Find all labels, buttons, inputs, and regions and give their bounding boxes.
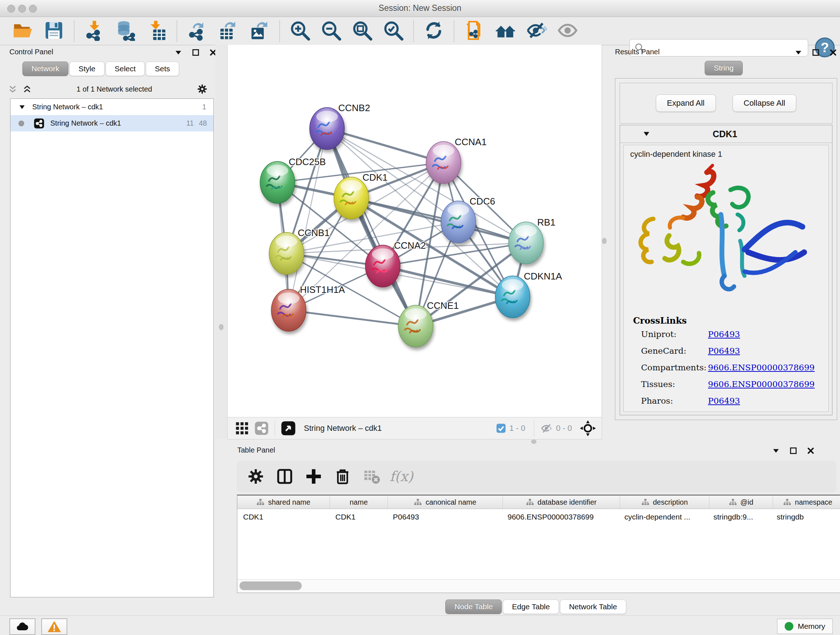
show-columns-icon[interactable] — [276, 468, 294, 485]
zoom-in-button[interactable] — [289, 20, 310, 42]
horizontal-splitter-handle[interactable] — [531, 440, 537, 444]
import-network-from-database-button[interactable] — [115, 20, 136, 42]
tab-network[interactable]: Network — [22, 62, 68, 76]
node-RB1[interactable]: RB1 — [508, 217, 556, 264]
network-collection-row[interactable]: String Network – cdk1 1 — [11, 99, 213, 115]
close-panel-icon[interactable] — [807, 447, 815, 455]
network-row[interactable]: String Network – cdk1 11 48 — [11, 115, 213, 131]
table-horizontal-scrollbar[interactable] — [237, 579, 840, 593]
export-table-button[interactable] — [218, 20, 239, 42]
crosslink-value-link[interactable]: 9606.ENSP00000378699 — [708, 363, 815, 372]
column-header-database-identifier[interactable]: database identifier — [503, 496, 620, 509]
zoom-out-button[interactable] — [321, 20, 341, 42]
column-header-canonical-name[interactable]: canonical name — [388, 496, 503, 509]
network-mode-icon[interactable] — [254, 421, 269, 435]
tab-select[interactable]: Select — [106, 62, 145, 76]
panel-menu-icon[interactable] — [772, 447, 780, 455]
disclosure-triangle-icon[interactable] — [19, 103, 26, 111]
table-cell[interactable]: CDK1 — [237, 513, 330, 521]
disclosure-triangle-icon[interactable] — [643, 130, 651, 138]
gear-icon[interactable] — [197, 84, 208, 95]
node-CDKN1A[interactable]: CDKN1A — [495, 271, 562, 318]
zoom-fit-button[interactable] — [352, 20, 373, 42]
crosslink-value-link[interactable]: P06493 — [708, 396, 740, 405]
edge-CCNB2-HIST1H1A[interactable] — [289, 128, 327, 310]
tab-node-table[interactable]: Node Table — [445, 600, 502, 614]
table-row[interactable]: CDK1CDK1P064939606.ENSP00000378699cyclin… — [237, 509, 840, 525]
edge-CCNB2-CCNE1[interactable] — [327, 128, 416, 326]
edge-CDK1-RB1[interactable] — [351, 198, 526, 243]
fit-content-crosshair-icon[interactable] — [580, 420, 596, 436]
network-graph[interactable]: CCNB2CCNA1CDC25BCDK1CDC6RB1CCNB1CCNA2CDK… — [227, 45, 602, 417]
birdseye-toggle-icon[interactable] — [281, 421, 296, 436]
collapse-all-icon[interactable] — [8, 84, 17, 94]
panel-menu-icon[interactable] — [794, 49, 802, 57]
search-input[interactable] — [648, 43, 808, 53]
show-all-button[interactable] — [557, 20, 578, 42]
crosslink-value-link[interactable]: P06493 — [708, 346, 740, 356]
float-panel-icon[interactable] — [789, 447, 797, 455]
node-table[interactable]: shared namenamecanonical namedatabase id… — [237, 494, 840, 581]
hide-selected-button[interactable] — [526, 20, 547, 42]
left-splitter[interactable] — [215, 45, 227, 439]
node-CDK1[interactable]: CDK1 — [334, 172, 387, 219]
grid-mode-icon[interactable] — [235, 421, 249, 435]
table-cell[interactable]: stringdb — [771, 513, 840, 521]
crosslink-value-link[interactable]: 9606.ENSP00000378699 — [708, 379, 815, 389]
table-gear-icon[interactable] — [247, 468, 264, 485]
table-cell[interactable]: P06493 — [387, 513, 502, 521]
node-CDC6[interactable]: CDC6 — [441, 196, 495, 243]
first-neighbors-button[interactable] — [495, 20, 516, 42]
scrollbar-thumb[interactable] — [240, 581, 302, 590]
column-header-name[interactable]: name — [330, 496, 388, 509]
table-cell[interactable]: 9606.ENSP00000378699 — [502, 513, 619, 521]
import-network-button[interactable] — [84, 20, 105, 42]
collapse-all-button[interactable]: Collapse All — [733, 95, 797, 112]
table-cell[interactable]: cyclin-dependent ... — [619, 513, 707, 521]
tab-style[interactable]: Style — [69, 62, 104, 76]
column-header-shared-name[interactable]: shared name — [237, 496, 330, 509]
cloud-button[interactable] — [9, 618, 35, 635]
zoom-selected-button[interactable] — [383, 20, 404, 42]
tab-network-table[interactable]: Network Table — [560, 600, 626, 614]
node-HIST1H1A[interactable]: HIST1H1A — [271, 284, 345, 331]
close-panel-icon[interactable] — [829, 49, 837, 57]
edge-HIST1H1A-CCNE1[interactable] — [289, 310, 416, 326]
export-image-button[interactable] — [249, 20, 270, 42]
tab-string[interactable]: String — [705, 61, 743, 75]
left-splitter-handle[interactable] — [219, 324, 224, 330]
apply-layout-button[interactable] — [423, 20, 444, 42]
tab-sets[interactable]: Sets — [146, 62, 179, 76]
tab-edge-table[interactable]: Edge Table — [503, 600, 559, 614]
eye-slash-icon — [526, 20, 547, 41]
warnings-button[interactable] — [41, 618, 67, 635]
column-header-description[interactable]: description — [620, 496, 709, 509]
table-cell[interactable]: stringdb:9... — [707, 513, 771, 521]
export-network-button[interactable] — [187, 20, 208, 42]
expand-all-icon[interactable] — [22, 84, 32, 94]
column-header--id[interactable]: @id — [709, 496, 773, 509]
column-header-namespace[interactable]: namespace — [773, 496, 840, 509]
clone-network-button[interactable] — [464, 20, 485, 42]
network-canvas[interactable]: CCNB2CCNA1CDC25BCDK1CDC6RB1CCNB1CCNA2CDK… — [227, 45, 602, 417]
selected-checkbox-icon[interactable] — [496, 423, 507, 434]
node-CCNB1[interactable]: CCNB1 — [269, 227, 330, 274]
protein-section-header[interactable]: CDK1 — [620, 125, 832, 143]
float-panel-icon[interactable] — [192, 49, 200, 57]
float-panel-icon[interactable] — [812, 49, 820, 57]
node-CCNB2[interactable]: CCNB2 — [309, 103, 370, 149]
edge-CCNB2-CCNA1[interactable] — [327, 128, 444, 163]
delete-column-icon[interactable] — [334, 468, 351, 485]
network-selection-bar: 1 of 1 Network selected — [5, 81, 211, 97]
panel-menu-icon[interactable] — [174, 49, 182, 57]
add-column-icon[interactable] — [305, 468, 322, 485]
open-session-button[interactable] — [12, 20, 33, 42]
save-session-button[interactable] — [43, 20, 65, 42]
memory-button[interactable]: Memory — [777, 619, 833, 634]
crosslink-value-link[interactable]: P06493 — [708, 329, 740, 339]
node-CCNA1[interactable]: CCNA1 — [426, 136, 486, 184]
right-splitter-handle[interactable] — [602, 238, 607, 244]
expand-all-button[interactable]: Expand All — [656, 95, 716, 112]
import-table-button[interactable] — [146, 20, 167, 42]
table-cell[interactable]: CDK1 — [330, 513, 387, 521]
